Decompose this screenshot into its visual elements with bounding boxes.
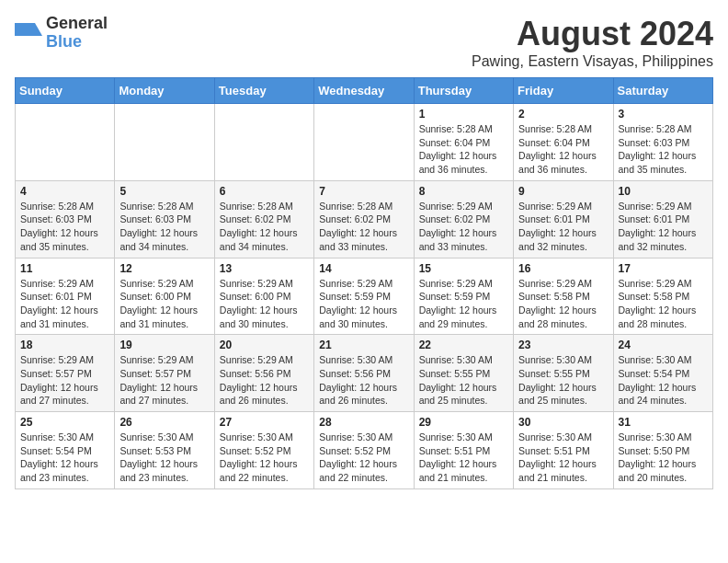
day-info: Sunrise: 5:29 AMSunset: 6:00 PMDaylight:… xyxy=(119,277,209,331)
day-number: 19 xyxy=(119,339,209,351)
day-info: Sunrise: 5:28 AMSunset: 6:02 PMDaylight:… xyxy=(220,200,309,254)
calendar-cell xyxy=(115,104,214,181)
calendar-cell: 13Sunrise: 5:29 AMSunset: 6:00 PMDayligh… xyxy=(214,258,313,335)
calendar-cell: 31Sunrise: 5:30 AMSunset: 5:50 PMDayligh… xyxy=(613,412,712,489)
calendar-cell: 2Sunrise: 5:28 AMSunset: 6:04 PMDaylight… xyxy=(514,104,613,181)
calendar-cell: 6Sunrise: 5:28 AMSunset: 6:02 PMDaylight… xyxy=(214,180,313,258)
calendar-cell: 24Sunrise: 5:30 AMSunset: 5:54 PMDayligh… xyxy=(613,335,712,412)
weekday-header-tuesday: Tuesday xyxy=(214,78,313,104)
calendar-cell: 3Sunrise: 5:28 AMSunset: 6:03 PMDaylight… xyxy=(613,104,712,181)
day-number: 29 xyxy=(419,416,508,429)
day-number: 28 xyxy=(319,416,408,429)
day-info: Sunrise: 5:29 AMSunset: 5:58 PMDaylight:… xyxy=(518,277,608,331)
calendar-cell: 20Sunrise: 5:29 AMSunset: 5:56 PMDayligh… xyxy=(214,335,313,412)
calendar-cell: 26Sunrise: 5:30 AMSunset: 5:53 PMDayligh… xyxy=(115,412,214,489)
day-number: 18 xyxy=(20,339,109,351)
svg-marker-0 xyxy=(35,23,42,36)
calendar-cell: 8Sunrise: 5:29 AMSunset: 6:02 PMDaylight… xyxy=(414,180,513,258)
calendar-cell: 14Sunrise: 5:29 AMSunset: 5:59 PMDayligh… xyxy=(314,258,414,335)
day-number: 16 xyxy=(518,262,608,275)
day-info: Sunrise: 5:29 AMSunset: 5:56 PMDaylight:… xyxy=(220,353,309,408)
title-area: August 2024 Pawing, Eastern Visayas, Phi… xyxy=(472,15,713,70)
calendar-cell xyxy=(314,104,414,181)
calendar-cell: 21Sunrise: 5:30 AMSunset: 5:56 PMDayligh… xyxy=(314,335,414,412)
calendar-cell: 30Sunrise: 5:30 AMSunset: 5:51 PMDayligh… xyxy=(514,412,613,489)
day-number: 15 xyxy=(419,262,508,275)
day-info: Sunrise: 5:28 AMSunset: 6:03 PMDaylight:… xyxy=(619,122,708,177)
calendar-cell xyxy=(214,104,313,181)
day-info: Sunrise: 5:28 AMSunset: 6:04 PMDaylight:… xyxy=(419,122,508,177)
day-info: Sunrise: 5:29 AMSunset: 5:57 PMDaylight:… xyxy=(20,353,109,408)
day-info: Sunrise: 5:30 AMSunset: 5:56 PMDaylight:… xyxy=(319,353,408,408)
day-number: 14 xyxy=(319,262,408,275)
day-info: Sunrise: 5:30 AMSunset: 5:55 PMDaylight:… xyxy=(518,353,608,408)
day-info: Sunrise: 5:28 AMSunset: 6:03 PMDaylight:… xyxy=(20,200,109,254)
weekday-header-friday: Friday xyxy=(514,78,613,104)
day-number: 8 xyxy=(419,185,508,198)
day-info: Sunrise: 5:30 AMSunset: 5:53 PMDaylight:… xyxy=(119,431,209,485)
day-number: 21 xyxy=(319,339,408,351)
calendar-cell: 27Sunrise: 5:30 AMSunset: 5:52 PMDayligh… xyxy=(214,412,313,489)
day-info: Sunrise: 5:29 AMSunset: 6:01 PMDaylight:… xyxy=(518,200,608,254)
day-number: 22 xyxy=(419,339,508,351)
week-row-2: 4Sunrise: 5:28 AMSunset: 6:03 PMDaylight… xyxy=(16,180,713,258)
day-number: 10 xyxy=(619,185,708,198)
day-number: 13 xyxy=(220,262,309,275)
page-subtitle: Pawing, Eastern Visayas, Philippines xyxy=(472,53,713,70)
calendar-cell: 22Sunrise: 5:30 AMSunset: 5:55 PMDayligh… xyxy=(414,335,513,412)
day-info: Sunrise: 5:29 AMSunset: 6:00 PMDaylight:… xyxy=(220,277,309,331)
day-number: 24 xyxy=(619,339,708,351)
logo: General Blue xyxy=(15,15,108,52)
calendar-cell: 18Sunrise: 5:29 AMSunset: 5:57 PMDayligh… xyxy=(16,335,115,412)
calendar-cell: 5Sunrise: 5:28 AMSunset: 6:03 PMDaylight… xyxy=(115,180,214,258)
calendar-cell: 4Sunrise: 5:28 AMSunset: 6:03 PMDaylight… xyxy=(16,180,115,258)
weekday-header-monday: Monday xyxy=(115,78,214,104)
calendar-cell: 10Sunrise: 5:29 AMSunset: 6:01 PMDayligh… xyxy=(613,180,712,258)
page-title: August 2024 xyxy=(472,15,713,53)
day-number: 4 xyxy=(20,185,109,198)
day-number: 6 xyxy=(220,185,309,198)
day-number: 3 xyxy=(619,108,708,121)
calendar-cell: 15Sunrise: 5:29 AMSunset: 5:59 PMDayligh… xyxy=(414,258,513,335)
day-number: 1 xyxy=(419,108,508,121)
day-info: Sunrise: 5:29 AMSunset: 5:58 PMDaylight:… xyxy=(619,277,708,331)
calendar-cell: 9Sunrise: 5:29 AMSunset: 6:01 PMDaylight… xyxy=(514,180,613,258)
calendar-cell: 28Sunrise: 5:30 AMSunset: 5:52 PMDayligh… xyxy=(314,412,414,489)
day-info: Sunrise: 5:29 AMSunset: 5:59 PMDaylight:… xyxy=(319,277,408,331)
day-number: 7 xyxy=(319,185,408,198)
day-number: 11 xyxy=(20,262,109,275)
day-number: 31 xyxy=(619,416,708,429)
day-info: Sunrise: 5:29 AMSunset: 6:01 PMDaylight:… xyxy=(619,200,708,254)
day-number: 9 xyxy=(518,185,608,198)
day-info: Sunrise: 5:30 AMSunset: 5:51 PMDaylight:… xyxy=(518,431,608,485)
calendar-cell xyxy=(16,104,115,181)
day-info: Sunrise: 5:29 AMSunset: 5:59 PMDaylight:… xyxy=(419,277,508,331)
day-info: Sunrise: 5:29 AMSunset: 6:01 PMDaylight:… xyxy=(20,277,109,331)
logo-text: General Blue xyxy=(46,15,108,52)
day-number: 23 xyxy=(518,339,608,351)
calendar-cell: 17Sunrise: 5:29 AMSunset: 5:58 PMDayligh… xyxy=(613,258,712,335)
day-info: Sunrise: 5:30 AMSunset: 5:55 PMDaylight:… xyxy=(419,353,508,408)
day-number: 26 xyxy=(119,416,209,429)
day-info: Sunrise: 5:28 AMSunset: 6:04 PMDaylight:… xyxy=(518,122,608,177)
calendar-cell: 16Sunrise: 5:29 AMSunset: 5:58 PMDayligh… xyxy=(514,258,613,335)
calendar-cell: 12Sunrise: 5:29 AMSunset: 6:00 PMDayligh… xyxy=(115,258,214,335)
day-info: Sunrise: 5:30 AMSunset: 5:52 PMDaylight:… xyxy=(220,431,309,485)
day-number: 17 xyxy=(619,262,708,275)
day-number: 2 xyxy=(518,108,608,121)
calendar-cell: 7Sunrise: 5:28 AMSunset: 6:02 PMDaylight… xyxy=(314,180,414,258)
day-number: 20 xyxy=(220,339,309,351)
day-info: Sunrise: 5:30 AMSunset: 5:54 PMDaylight:… xyxy=(619,353,708,408)
day-info: Sunrise: 5:29 AMSunset: 6:02 PMDaylight:… xyxy=(419,200,508,254)
calendar-cell: 25Sunrise: 5:30 AMSunset: 5:54 PMDayligh… xyxy=(16,412,115,489)
day-number: 5 xyxy=(119,185,209,198)
day-number: 12 xyxy=(119,262,209,275)
day-info: Sunrise: 5:28 AMSunset: 6:02 PMDaylight:… xyxy=(319,200,408,254)
day-number: 25 xyxy=(20,416,109,429)
logo-icon xyxy=(15,19,42,47)
weekday-header-saturday: Saturday xyxy=(613,78,712,104)
day-info: Sunrise: 5:29 AMSunset: 5:57 PMDaylight:… xyxy=(119,353,209,408)
week-row-4: 18Sunrise: 5:29 AMSunset: 5:57 PMDayligh… xyxy=(16,335,713,412)
svg-rect-1 xyxy=(15,23,35,36)
week-row-5: 25Sunrise: 5:30 AMSunset: 5:54 PMDayligh… xyxy=(16,412,713,489)
